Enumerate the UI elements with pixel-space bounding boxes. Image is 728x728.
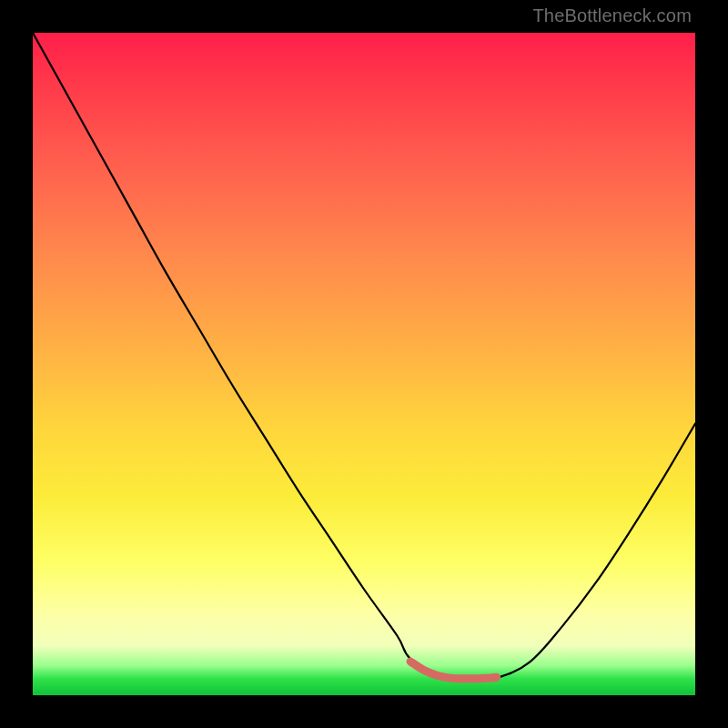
watermark-text: TheBottleneck.com [532,5,692,26]
plot-area [33,33,695,695]
chart-frame: TheBottleneck.com [0,0,728,728]
bottleneck-curve-path [33,33,695,680]
chart-svg [33,33,695,695]
sweet-spot-path [410,662,497,679]
